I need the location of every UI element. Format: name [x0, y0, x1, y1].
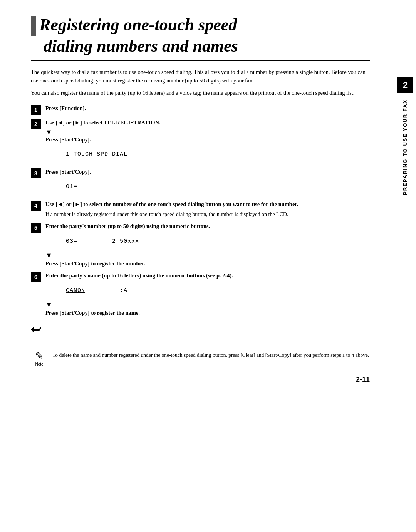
- step-3-row: 3 Press [Start/Copy]. 01=: [31, 168, 370, 197]
- sidebar: 2 PREPARING TO USE YOUR FAX: [394, 0, 416, 532]
- step-3-instruction: Press [Start/Copy].: [45, 168, 370, 176]
- step-2-lcd-container: 1-TOUCH SPD DIAL: [60, 145, 370, 164]
- step-5-lcd: 03= 2 50xxx_: [60, 235, 160, 248]
- page-number: 2-11: [31, 376, 370, 384]
- step-6-lcd-container: CANON :A: [60, 282, 370, 300]
- back-arrow-container: ⮨: [31, 321, 370, 337]
- note-icon-container: ✎ Note: [31, 351, 48, 366]
- step-4-row: 4 Use [◄] or [►] to select the number of…: [31, 200, 370, 218]
- step-2-instruction: Use [◄] or [►] to select TEL REGISTRATIO…: [45, 119, 370, 127]
- step-2-arrow: ▼: [45, 129, 370, 136]
- sidebar-chapter-number: 2: [397, 77, 413, 93]
- sidebar-label: PREPARING TO USE YOUR FAX: [402, 99, 408, 195]
- main-content: Registering one-touch speed dialing numb…: [31, 15, 370, 384]
- step-6-arrow: ▼: [45, 301, 370, 308]
- step-5-arrow: ▼: [45, 252, 370, 259]
- step-5-number: 5: [31, 223, 41, 233]
- step-6-lcd: CANON :A: [60, 284, 160, 297]
- step-6-row: 6 Enter the party's name (up to 16 lette…: [31, 272, 370, 317]
- step-2-row: 2 Use [◄] or [►] to select TEL REGISTRAT…: [31, 119, 370, 164]
- step-5-instruction: Enter the party's number (up to 50 digit…: [45, 222, 370, 231]
- step-4-instruction: Use [◄] or [►] to select the number of t…: [45, 200, 370, 209]
- title-divider: [31, 60, 370, 61]
- pencil-icon: ✎: [35, 351, 44, 361]
- step-5-content: Enter the party's number (up to 50 digit…: [45, 222, 370, 268]
- step-6-number: 6: [31, 272, 41, 282]
- steps-container: 1 Press [Function]. 2 Use [◄] or [►] to …: [31, 104, 370, 317]
- step-2-content: Use [◄] or [►] to select TEL REGISTRATIO…: [45, 119, 370, 164]
- step-5-lcd-container: 03= 2 50xxx_: [60, 232, 370, 251]
- step-2-lcd: 1-TOUCH SPD DIAL: [60, 148, 137, 161]
- step-2-sub: Press [Start/Copy].: [45, 136, 370, 143]
- body-paragraph-2: You can also register the name of the pa…: [31, 89, 370, 97]
- step-6-instruction: Enter the party's name (up to 16 letters…: [45, 272, 370, 280]
- page-container: 2 PREPARING TO USE YOUR FAX Registering …: [0, 0, 416, 532]
- note-label: Note: [35, 362, 43, 366]
- step-5-press: Press [Start/Copy] to register the numbe…: [45, 260, 370, 267]
- step-2-number: 2: [31, 119, 41, 129]
- step-3-number: 3: [31, 168, 41, 178]
- canon-text: CANON: [66, 287, 85, 294]
- step-1-content: Press [Function].: [45, 104, 370, 114]
- step-1-number: 1: [31, 105, 41, 115]
- step-5-row: 5 Enter the party's number (up to 50 dig…: [31, 222, 370, 268]
- title-accent-bar: [31, 16, 36, 36]
- step-3-lcd-container: 01=: [60, 178, 370, 196]
- step-3-lcd: 01=: [60, 180, 137, 193]
- note-text: To delete the name and number registered…: [52, 351, 369, 359]
- step-1-row: 1 Press [Function].: [31, 104, 370, 115]
- step-6-content: Enter the party's name (up to 16 letters…: [45, 272, 370, 317]
- step-4-content: Use [◄] or [►] to select the number of t…: [45, 200, 370, 218]
- body-paragraph-1: The quickest way to dial a fax number is…: [31, 68, 370, 85]
- step-1-instruction: Press [Function].: [45, 104, 370, 113]
- step-4-number: 4: [31, 201, 41, 211]
- step-6-press: Press [Start/Copy] to register the name.: [45, 310, 370, 316]
- step-3-content: Press [Start/Copy]. 01=: [45, 168, 370, 197]
- step-4-note: If a number is already registered under …: [45, 210, 370, 218]
- back-arrow-icon: ⮨: [31, 324, 42, 337]
- bottom-note: ✎ Note To delete the name and number reg…: [31, 347, 370, 366]
- page-title: Registering one-touch speed dialing numb…: [31, 15, 370, 56]
